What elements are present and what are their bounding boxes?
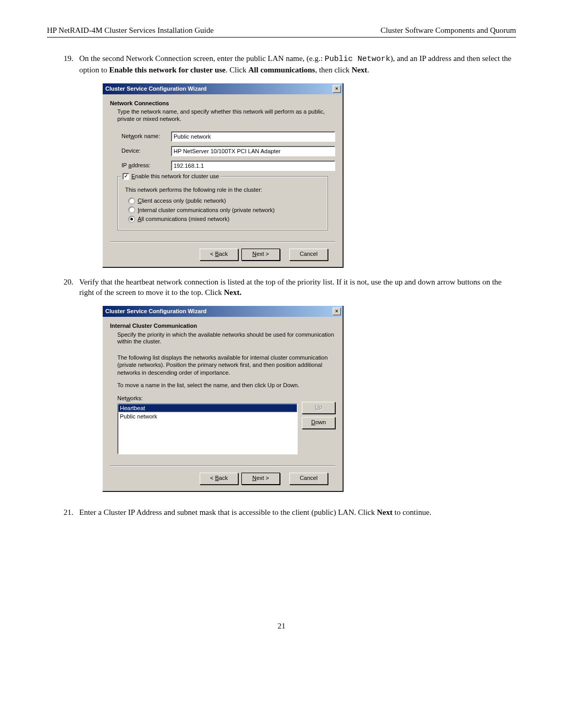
enable-network-checkbox[interactable]: ✓ (123, 173, 129, 180)
up-button[interactable]: Up (302, 402, 335, 414)
dialog1-titlebar: Cluster Service Configuration Wizard × (103, 83, 342, 94)
step-21: 21. Enter a Cluster IP Address and subne… (64, 507, 516, 517)
document-page: HP NetRAID-4M Cluster Services Installat… (47, 0, 516, 651)
networks-listbox[interactable]: Heartbeat Public network (117, 403, 298, 454)
dialog2-titlebar: Cluster Service Configuration Wizard × (103, 306, 342, 317)
ip-input[interactable]: 192.168.1.1 (171, 161, 335, 171)
step-20-text: Verify that the heartbeat network connec… (79, 278, 501, 297)
step-19: 19. On the second Network Connection scr… (64, 53, 516, 267)
device-label: Device: (121, 147, 171, 155)
role-label: This network performs the following role… (125, 186, 320, 194)
dialog2-heading: Internal Cluster Communication (110, 322, 335, 330)
page-number: 21 (47, 622, 516, 631)
step-19-number: 19. (64, 53, 74, 64)
header-left: HP NetRAID-4M Cluster Services Installat… (47, 26, 214, 35)
step-20: 20. Verify that the heartbeat network co… (64, 277, 516, 491)
step-20-number: 20. (64, 277, 74, 287)
ip-label: IP address: (121, 162, 171, 169)
dialog2-intro: The following list displays the networks… (117, 354, 328, 376)
dialog2-movehint: To move a name in the list, select the n… (117, 381, 328, 389)
next-button[interactable]: Next > (241, 249, 280, 261)
back-button[interactable]: < Back (200, 473, 238, 485)
down-button[interactable]: Down (302, 417, 335, 429)
back-button[interactable]: < Back (200, 249, 238, 261)
close-icon[interactable]: × (333, 85, 341, 93)
list-item-public-network[interactable]: Public network (118, 412, 297, 421)
radio-all-comm-label: All communications (mixed network) (138, 215, 229, 223)
dialog1-subtext: Type the network name, and specify wheth… (117, 108, 335, 123)
dialog1-heading: Network Connections (110, 100, 335, 107)
header-rule (47, 37, 516, 38)
dialog2-subtext: Specify the priority in which the availa… (117, 331, 335, 346)
cancel-button[interactable]: Cancel (289, 473, 328, 485)
radio-internal-comm[interactable] (128, 206, 135, 213)
step-21-text: Enter a Cluster IP Address and subnet ma… (79, 508, 432, 516)
next-button[interactable]: Next > (241, 473, 280, 485)
dialog-network-connections: Cluster Service Configuration Wizard × N… (102, 83, 343, 268)
dialog-internal-cluster-communication: Cluster Service Configuration Wizard × I… (102, 305, 343, 491)
list-item-heartbeat[interactable]: Heartbeat (118, 404, 297, 413)
enable-network-label: Enable this network for cluster use (131, 172, 219, 180)
enable-network-fieldset: ✓ Enable this network for cluster use Th… (117, 176, 328, 230)
header-right: Cluster Software Components and Quorum (381, 26, 516, 35)
step-19-text: On the second Network Connection screen,… (79, 54, 511, 74)
page-header: HP NetRAID-4M Cluster Services Installat… (47, 26, 516, 37)
network-name-input[interactable]: Public network (171, 131, 335, 142)
cancel-button[interactable]: Cancel (289, 249, 328, 261)
dialog1-title: Cluster Service Configuration Wizard (105, 85, 206, 93)
radio-client-access[interactable] (128, 198, 135, 204)
dialog2-title: Cluster Service Configuration Wizard (105, 307, 206, 315)
radio-internal-comm-label: Internal cluster communications only (pr… (138, 206, 275, 214)
radio-all-comm[interactable] (128, 216, 135, 223)
radio-client-access-label: Client access only (public network) (138, 197, 226, 205)
networks-list-label: Networks: (117, 394, 298, 402)
close-icon[interactable]: × (333, 307, 341, 315)
network-name-label: Network name: (121, 132, 171, 140)
step-21-number: 21. (64, 507, 74, 517)
device-input[interactable]: HP NetServer 10/100TX PCI LAN Adapter (171, 146, 335, 156)
